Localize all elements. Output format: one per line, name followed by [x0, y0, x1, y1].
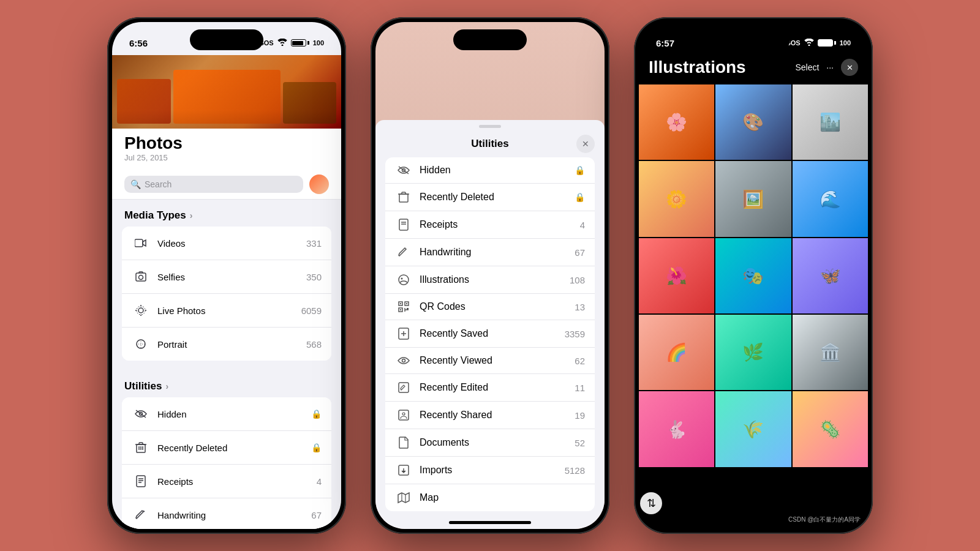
photo-cell-8[interactable]: 🎭 [715, 238, 791, 313]
svg-point-42 [402, 359, 405, 362]
svg-point-3 [138, 308, 143, 313]
photos-hero-image [112, 55, 341, 129]
list-item[interactable]: Live Photos 6059 [122, 294, 331, 328]
modal-handwriting-count: 67 [575, 247, 585, 258]
phone-2: Utilities ✕ Hidden 🔒 [371, 17, 609, 534]
list-item-recently-deleted[interactable]: Recently Deleted 🔒 [122, 431, 331, 465]
photo-cell-14[interactable]: 🌾 [715, 391, 791, 467]
photo-image-9: 🦋 [793, 238, 868, 313]
modal-item-handwriting[interactable]: Handwriting 67 [385, 239, 595, 266]
svg-point-45 [402, 413, 405, 415]
photo-grid: 🌸 🎨 🏙️ 🌼 🖼️ 🌊 🌺 🎭 [639, 84, 868, 467]
utilities-modal[interactable]: Utilities ✕ Hidden 🔒 [375, 120, 605, 529]
wifi-icon-3 [804, 39, 814, 48]
modal-bottom-indicator [449, 521, 531, 524]
modal-edited-label: Recently Edited [420, 382, 567, 393]
list-item[interactable]: Selfies 350 [122, 260, 331, 294]
handwriting-count: 67 [311, 510, 322, 520]
list-item-hidden[interactable]: Hidden 🔒 [122, 397, 331, 431]
svg-rect-27 [399, 219, 408, 230]
phone3-screen: 6:57 SOS 100 Illustrations Select ··· [639, 22, 868, 529]
photo-cell-6[interactable]: 🌊 [793, 161, 868, 236]
photo-image-5: 🖼️ [715, 161, 791, 236]
wifi-icon-1 [277, 39, 287, 48]
modal-edited-icon [395, 381, 412, 394]
modal-saved-count: 3359 [565, 329, 585, 339]
photo-image-8: 🎭 [715, 238, 791, 313]
sort-button[interactable]: ⇅ [640, 492, 662, 514]
photo-cell-10[interactable]: 🌈 [639, 315, 714, 390]
hidden-lock-icon: 🔒 [311, 409, 322, 419]
svg-rect-40 [407, 308, 409, 310]
status-icons-3: SOS 100 [786, 39, 851, 48]
svg-point-4 [137, 306, 145, 315]
more-button[interactable]: ··· [826, 62, 834, 72]
photo-cell-11[interactable]: 🌿 [715, 315, 791, 390]
list-item[interactable]: Portrait 568 [122, 328, 331, 361]
modal-qr-icon [395, 301, 412, 312]
modal-item-documents[interactable]: Documents 52 [385, 429, 595, 457]
modal-item-qr[interactable]: QR Codes 13 [385, 294, 595, 320]
user-avatar-1[interactable] [309, 174, 329, 194]
phone2-screen: Utilities ✕ Hidden 🔒 [375, 22, 605, 529]
sort-icon: ⇅ [647, 497, 656, 510]
photos-page-title: Photos [124, 133, 183, 153]
modal-illustrations-icon [395, 274, 412, 286]
list-item-handwriting[interactable]: Handwriting 67 [122, 498, 331, 529]
photo-cell-3[interactable]: 🏙️ [793, 84, 868, 160]
search-bar-1[interactable]: 🔍 Search [124, 176, 303, 193]
receipts-icon [132, 472, 150, 490]
photo-cell-5[interactable]: 🖼️ [715, 161, 791, 236]
photo-image-3: 🏙️ [793, 84, 868, 160]
photo-cell-1[interactable]: 🌸 [639, 84, 714, 160]
select-button[interactable]: Select [795, 62, 819, 72]
dynamic-island-3 [717, 29, 790, 50]
photo-cell-2[interactable]: 🎨 [715, 84, 791, 160]
photo-cell-7[interactable]: 🌺 [639, 238, 714, 313]
photo-cell-15[interactable]: 🦠 [793, 391, 868, 467]
status-icons-1: SOS 100 [259, 39, 324, 48]
photo-image-4: 🌼 [639, 161, 714, 236]
utilities-section-header[interactable]: Utilities › [112, 370, 341, 397]
modal-documents-icon [395, 437, 412, 449]
photo-cell-9[interactable]: 🦋 [793, 238, 868, 313]
photo-image-1: 🌸 [639, 84, 714, 160]
svg-rect-0 [135, 239, 143, 247]
modal-item-hidden[interactable]: Hidden 🔒 [385, 157, 595, 184]
illustrations-close-button[interactable]: ✕ [841, 59, 858, 76]
photo-cell-13[interactable]: 🐇 [639, 391, 714, 467]
deleted-icon [132, 438, 150, 457]
videos-label: Videos [157, 238, 299, 249]
photo-image-12: 🏛️ [793, 315, 868, 390]
portrait-label: Portrait [157, 339, 299, 350]
modal-deleted-icon [395, 191, 412, 203]
close-icon-3: ✕ [846, 63, 853, 72]
modal-shared-icon [395, 409, 412, 421]
photos-search-row[interactable]: 🔍 Search [112, 170, 341, 200]
modal-item-recently-viewed[interactable]: Recently Viewed 62 [385, 348, 595, 374]
utilities-list: Hidden 🔒 Recently Deleted 🔒 Receipts 4 [122, 397, 331, 529]
media-types-section-header[interactable]: Media Types › [112, 200, 341, 227]
photo-image-6: 🌊 [793, 161, 868, 236]
list-item[interactable]: Videos 331 [122, 227, 331, 260]
modal-item-recently-deleted[interactable]: Recently Deleted 🔒 [385, 184, 595, 211]
modal-documents-label: Documents [420, 437, 567, 448]
modal-item-imports[interactable]: Imports 5128 [385, 457, 595, 484]
modal-close-button[interactable]: ✕ [576, 135, 595, 153]
modal-hidden-label: Hidden [420, 165, 567, 176]
photo-cell-12[interactable]: 🏛️ [793, 315, 868, 390]
svg-line-13 [136, 410, 146, 418]
modal-item-recently-saved[interactable]: Recently Saved 3359 [385, 320, 595, 348]
modal-item-recently-shared[interactable]: Recently Shared 19 [385, 402, 595, 429]
hidden-icon [132, 405, 150, 423]
modal-imports-icon [395, 464, 412, 476]
watermark: CSDN @白不量力的A同学 [788, 515, 861, 524]
modal-item-map[interactable]: Map [385, 484, 595, 511]
selfies-label: Selfies [157, 272, 299, 282]
modal-item-receipts[interactable]: Receipts 4 [385, 211, 595, 239]
list-item-receipts[interactable]: Receipts 4 [122, 465, 331, 498]
photo-cell-4[interactable]: 🌼 [639, 161, 714, 236]
modal-item-illustrations[interactable]: Illustrations 108 [385, 266, 595, 294]
modal-edited-count: 11 [575, 383, 585, 393]
modal-item-recently-edited[interactable]: Recently Edited 11 [385, 374, 595, 402]
